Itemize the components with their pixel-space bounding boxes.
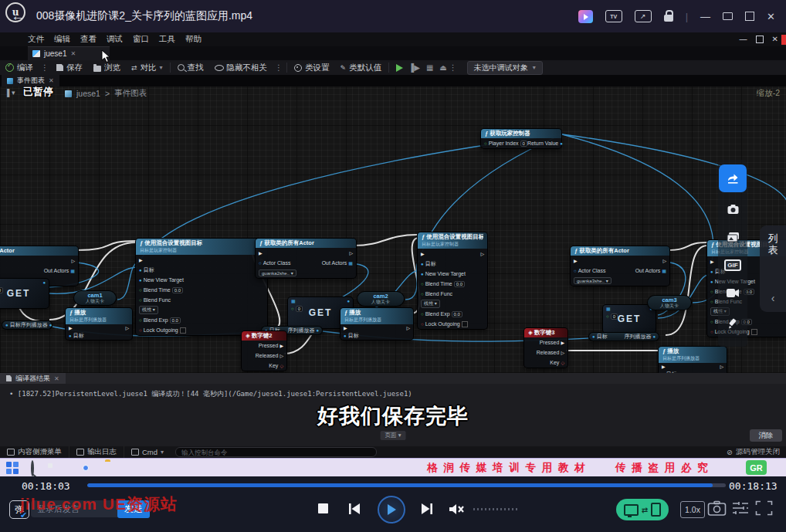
tab-event-graph[interactable]: 事件图表 ✕: [2, 75, 59, 86]
bp-node-variable-cam3[interactable]: cam3人物关卡: [647, 295, 692, 310]
ue-close-icon[interactable]: ✕: [772, 36, 778, 43]
share-button[interactable]: [719, 164, 747, 192]
bp-node-play-2[interactable]: ƒ 播放目标是序列播放器▶▷●目标: [340, 307, 414, 341]
pin-e-icon[interactable]: ▶: [561, 341, 564, 345]
checkbox[interactable]: [180, 327, 186, 334]
pin-a-icon[interactable]: ▦: [291, 299, 296, 303]
compile-button[interactable]: 编译: [0, 60, 39, 75]
pin-e-icon[interactable]: ▶: [139, 258, 143, 263]
checkbox[interactable]: [751, 329, 757, 335]
source-control-status[interactable]: ⊘ 源码管理关闭: [727, 447, 786, 457]
pin-f-icon[interactable]: ○: [421, 292, 424, 296]
menu-item-0[interactable]: 文件: [28, 34, 44, 45]
playback-speed-button[interactable]: 1.0x: [680, 501, 705, 518]
bp-node-variable-cam1[interactable]: cam1人物关卡: [73, 290, 117, 306]
menu-item-4[interactable]: 窗口: [133, 34, 149, 45]
pin-f-icon[interactable]: ○: [139, 298, 142, 303]
pin-f-icon[interactable]: ○: [291, 307, 294, 311]
console-command-input[interactable]: [175, 447, 377, 457]
bp-node-array-get-3[interactable]: GET▦●○0: [602, 304, 656, 334]
menu-item-1[interactable]: 编辑: [54, 34, 70, 45]
pin-o-icon[interactable]: ●: [49, 323, 53, 327]
ue-maximize-icon[interactable]: [756, 36, 764, 43]
pin-a-icon[interactable]: ▦: [348, 261, 353, 266]
value-box[interactable]: 0.0: [452, 311, 462, 317]
play-pause-button[interactable]: [378, 496, 405, 524]
taskbar-search-icon[interactable]: [29, 462, 42, 474]
pin-eo-icon[interactable]: ▷: [662, 259, 666, 263]
value-box[interactable]: 0.0: [170, 317, 181, 324]
next-button[interactable]: [420, 503, 434, 515]
dropdown-field[interactable]: 线性 ▾: [139, 306, 158, 314]
pin-f-icon[interactable]: ○: [710, 300, 713, 304]
value-box[interactable]: 0.0: [172, 287, 183, 293]
dropdown-field[interactable]: 线性 ▾: [421, 300, 440, 308]
unreal-logo-icon[interactable]: u: [5, 2, 25, 22]
gif-capture-icon[interactable]: GIF: [723, 256, 742, 274]
eject-icon[interactable]: ⏏: [439, 63, 446, 72]
menu-item-3[interactable]: 调试: [107, 34, 123, 45]
pin-f-icon[interactable]: ○: [710, 290, 713, 294]
clear-button[interactable]: 消除: [750, 429, 782, 442]
pin-o-icon[interactable]: ●: [42, 280, 46, 285]
value-box[interactable]: 0.0: [454, 281, 465, 287]
blueprint-graph-canvas[interactable]: ▐ ▾ 已暂停 juese1 > 事件图表 缩放-2 ƒ 获取玩家控制器○Pla…: [0, 86, 786, 373]
pin-o-icon[interactable]: ●: [139, 278, 142, 283]
snapshot-button[interactable]: [707, 500, 727, 517]
pin-eo-icon[interactable]: ▷: [125, 326, 129, 330]
content-drawer-button[interactable]: 内容侧滑菜单: [0, 446, 69, 458]
diff-button[interactable]: ⇄对比▾: [126, 60, 168, 75]
menu-item-6[interactable]: 帮助: [185, 34, 202, 45]
step-over-icon[interactable]: ▐▶: [408, 63, 420, 72]
play-options-icon[interactable]: ⋮: [447, 63, 459, 72]
bp-node-get-all-actors-3[interactable]: ƒ 获取类的所有Actor▶▷○Actor ClassOut Actors▦gu…: [570, 246, 670, 286]
pin-f-icon[interactable]: ○: [421, 312, 424, 317]
minimize-icon[interactable]: —: [700, 12, 710, 22]
pin-b-icon[interactable]: ○: [710, 330, 713, 334]
hide-options-icon[interactable]: ⋮: [273, 63, 285, 72]
bp-node-set-view-target-1[interactable]: ƒ 使用混合设置视图目标目标是玩家控制器▶▷●目标●New View Targe…: [135, 238, 268, 336]
save-button[interactable]: 保存: [51, 60, 88, 75]
bp-node-array-get-1[interactable]: GET▦●○0: [0, 278, 49, 309]
stop-button[interactable]: [318, 503, 328, 513]
bp-node-get-all-actors-2[interactable]: ƒ 获取类的所有Actor▶▷○Actor ClassOut Actors▦gu…: [255, 238, 357, 279]
pin-f-icon[interactable]: ○: [139, 318, 142, 323]
lock-icon[interactable]: [664, 15, 673, 22]
pin-e-icon[interactable]: ▶: [662, 364, 666, 369]
cmd-dropdown[interactable]: Cmd▾: [124, 446, 171, 458]
pin-a-icon[interactable]: ▦: [662, 269, 666, 273]
bp-node-get-player-controller[interactable]: ƒ 获取玩家控制器○Player Index0Return Value●: [480, 128, 562, 149]
bp-node-key-event-3[interactable]: ◈ 数字键3Pressed▶Released▷Key◇: [523, 327, 568, 368]
pin-oo-icon[interactable]: ○: [259, 261, 262, 266]
pin-eo-icon[interactable]: ▷: [720, 364, 723, 369]
bp-node-play-3[interactable]: ƒ 播放目标是序列播放器▶▷●目标: [658, 346, 727, 373]
pin-e-icon[interactable]: ▶: [69, 326, 73, 330]
maximize-icon[interactable]: [745, 12, 754, 21]
pen-annotate-icon[interactable]: [723, 314, 742, 333]
screencast-icon[interactable]: ↗: [635, 10, 652, 22]
pin-oo-icon[interactable]: ○: [574, 269, 577, 273]
pin-eo-icon[interactable]: ▷: [280, 354, 283, 358]
bp-node-sequence-player-3[interactable]: ●目标序列播放器●: [588, 332, 659, 341]
bp-node-play-1[interactable]: ƒ 播放目标是序列播放器▶▷●目标: [65, 307, 133, 341]
ue-minimize-icon[interactable]: —: [740, 36, 747, 43]
pin-a-icon[interactable]: ▦: [606, 307, 611, 311]
tab-juese1[interactable]: juese1 ✕: [28, 46, 110, 60]
graph-tab-close-icon[interactable]: ✕: [49, 77, 54, 84]
pin-o-icon[interactable]: ●: [5, 323, 8, 327]
breadcrumb-asset[interactable]: juese1: [76, 89, 100, 98]
player-logo-icon[interactable]: [578, 10, 593, 23]
pin-o-icon[interactable]: ●: [652, 334, 656, 339]
pin-eo-icon[interactable]: ▷: [349, 251, 353, 256]
pin-eo-icon[interactable]: ▷: [71, 259, 75, 263]
video-capture-icon[interactable]: [723, 283, 742, 302]
pin-f-icon[interactable]: ○: [606, 314, 609, 319]
image-capture-icon[interactable]: [723, 228, 742, 246]
class-settings-button[interactable]: 类设置: [289, 60, 335, 75]
pin-b-icon[interactable]: ○: [421, 322, 424, 327]
pin-o-icon[interactable]: ●: [421, 262, 424, 266]
previous-button[interactable]: [347, 503, 361, 515]
pin-e-icon[interactable]: ▶: [259, 251, 263, 256]
pin-o-icon[interactable]: ●: [347, 299, 350, 303]
pin-o-icon[interactable]: ●: [710, 280, 713, 284]
